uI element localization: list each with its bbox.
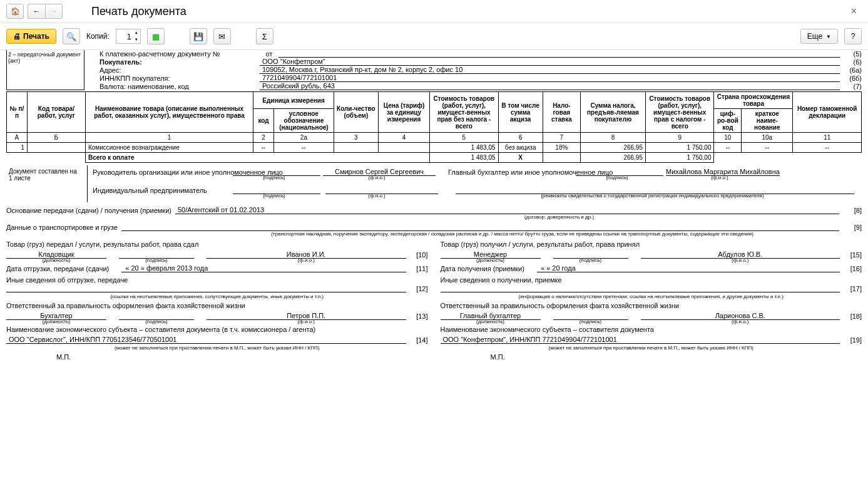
- back-button[interactable]: ←: [28, 4, 45, 19]
- forward-button[interactable]: →: [45, 4, 63, 19]
- payment-doc-label: К платежно-расчетному документу №: [97, 50, 260, 58]
- code-5: (5): [840, 50, 862, 58]
- top-toolbar: 🏠 ← → Печать документа ×: [0, 0, 868, 23]
- receiver-column: Товар (груз) получил / услуги, результат…: [441, 240, 862, 361]
- signature-section: Документ составлен на 1 листе Руководите…: [6, 165, 862, 202]
- more-label: Еще: [807, 32, 822, 41]
- currency-label: Валюта: наименование, код: [97, 83, 260, 90]
- printer-icon: 🖨: [13, 32, 21, 41]
- address-label: Адрес:: [97, 66, 260, 74]
- th-num: № п/п: [7, 92, 28, 133]
- chevron-down-icon: ▼: [826, 34, 831, 39]
- help-button[interactable]: ?: [844, 28, 862, 44]
- home-button[interactable]: 🏠: [6, 4, 24, 19]
- print-button[interactable]: 🖨 Печать: [6, 29, 56, 44]
- leader-label: Руководитель организации или иное уполно…: [93, 168, 230, 176]
- payment-ot: от: [260, 50, 278, 58]
- email-button[interactable]: ✉: [213, 28, 231, 44]
- code-6b: (6б): [840, 75, 862, 82]
- code-6: (6): [840, 58, 862, 66]
- spin-down[interactable]: ▼: [133, 36, 140, 43]
- save-button[interactable]: 💾: [190, 28, 207, 44]
- spin-up[interactable]: ▲: [133, 29, 140, 36]
- inn-value: 7721049904/772101001: [260, 74, 840, 82]
- close-button[interactable]: ×: [846, 6, 862, 17]
- main-table: № п/п Код товара/ работ, услуг Наименова…: [6, 91, 862, 163]
- total-row: Всего к оплате 1 483,05 Х 266,95 1 750,0…: [7, 153, 862, 163]
- th-cost-no-tax: Стоимость товаров (работ, услуг), имущес…: [430, 92, 499, 133]
- sender-column: Товар (груз) передал / услуги, результат…: [6, 240, 428, 361]
- page-title: Печать документа: [91, 5, 186, 18]
- action-toolbar: 🖨 Печать 🔍 Копий: ▲▼ ▦ 💾 ✉ Σ Еще ▼ ?: [0, 23, 868, 50]
- more-button[interactable]: Еще ▼: [800, 29, 838, 44]
- copies-label: Копий:: [86, 32, 110, 41]
- th-code: Код товара/ работ, услуг: [27, 92, 85, 133]
- th-customs: Номер таможенной декларации: [793, 92, 862, 133]
- sum-button[interactable]: Σ: [256, 28, 273, 44]
- th-origin-code: циф-ро-вой код: [714, 109, 742, 133]
- transport-label: Данные о транспортировке и грузе: [6, 224, 118, 231]
- table-row: 1 Комиссионное вознаграждение -- -- 1 48…: [7, 143, 862, 153]
- currency-value: Российский рубль, 643: [260, 82, 840, 90]
- th-unit: Единица измерения: [253, 92, 334, 109]
- th-origin: Страна происхождения товара: [714, 92, 793, 109]
- th-cost-with-tax: Стоимость товаров (работ, услуг), имущес…: [645, 92, 714, 133]
- basis-label: Основание передачи (сдачи) / получения (…: [6, 207, 171, 214]
- th-tax-rate: Нало-говая ставка: [543, 92, 580, 133]
- doc-type-cell: 2 – передаточный документ (акт): [6, 50, 84, 90]
- inn-label: ИНН/КПП покупателя:: [97, 75, 260, 82]
- code-6a: (6а): [840, 66, 862, 74]
- th-unit-name: условное обозначение (национальное): [274, 109, 334, 133]
- th-price: Цена (тариф) за единицу измерения: [378, 92, 429, 133]
- basis-value: 50/Агентский от 01.02.2013: [175, 206, 839, 214]
- col-num-row: А Б 1 2 2а 3 4 5 6 7 8 9 10 10а 11: [7, 133, 862, 143]
- ip-hint: (реквизиты свидетельства о государственн…: [448, 193, 857, 199]
- buyer-label: Покупатель:: [97, 58, 260, 66]
- th-tax-sum: Сумма налога, предъяв-ляемая покупателю: [580, 92, 645, 133]
- th-excise: В том числе сумма акциза: [498, 92, 543, 133]
- code-7: (7): [840, 83, 862, 90]
- print-label: Печать: [23, 32, 49, 41]
- th-name: Наименование товара (описание выполненны…: [85, 92, 253, 133]
- pages-value: 1 листе: [9, 175, 84, 182]
- th-unit-code: код: [253, 109, 274, 133]
- chief-acc-label: Главный бухгалтер или иное уполномоченно…: [448, 168, 573, 176]
- th-origin-name: краткое наиме-нование: [742, 109, 793, 133]
- address-value: 109052, Москва г, Рязанский пр-кт, дом №…: [260, 66, 840, 74]
- preview-button[interactable]: 🔍: [63, 28, 80, 44]
- document-area: 2 – передаточный документ (акт) К платеж…: [0, 50, 868, 367]
- code-8: [8]: [843, 207, 862, 214]
- buyer-value: ООО "Конфетпром": [260, 58, 840, 66]
- code-9: [9]: [843, 224, 862, 231]
- settings-button[interactable]: ▦: [147, 28, 165, 44]
- pages-label: Документ составлен на: [9, 168, 84, 175]
- th-qty: Коли-чество (объем): [334, 92, 378, 133]
- ip-label: Индивидуальный предприниматель: [93, 187, 230, 194]
